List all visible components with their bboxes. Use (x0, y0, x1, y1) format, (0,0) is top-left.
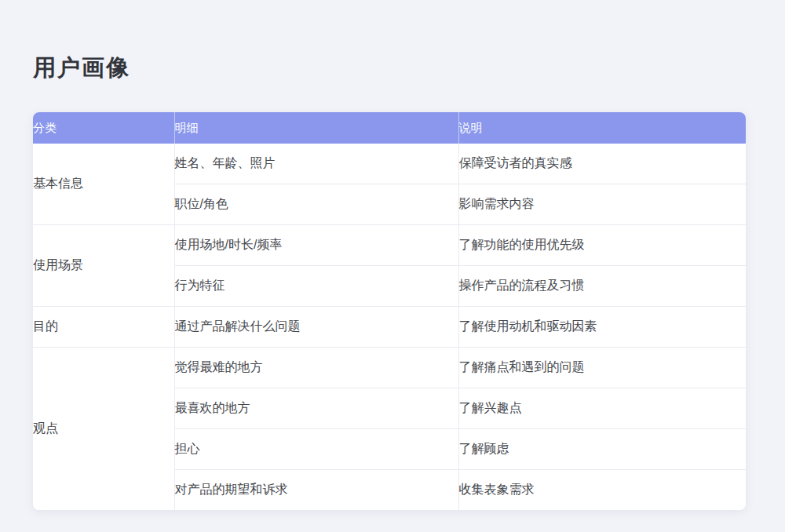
detail-cell: 职位/角色 (174, 184, 458, 225)
detail-cell: 通过产品解决什么问题 (174, 307, 458, 348)
persona-table: 分类 明细 说明 基本信息姓名、年龄、照片保障受访者的真实感职位/角色影响需求内… (33, 112, 746, 510)
header-cell-category: 分类 (33, 112, 174, 144)
table-row: 使用场景使用场地/时长/频率了解功能的使用优先级 (33, 225, 746, 266)
table-body: 基本信息姓名、年龄、照片保障受访者的真实感职位/角色影响需求内容使用场景使用场地… (33, 144, 746, 510)
detail-cell: 行为特征 (174, 266, 458, 307)
detail-cell: 担心 (174, 429, 458, 470)
header-cell-detail: 明细 (174, 112, 458, 144)
description-cell: 了解功能的使用优先级 (458, 225, 746, 266)
persona-table-card: 分类 明细 说明 基本信息姓名、年龄、照片保障受访者的真实感职位/角色影响需求内… (33, 112, 746, 510)
category-cell: 目的 (33, 307, 174, 348)
table-row: 基本信息姓名、年龄、照片保障受访者的真实感 (33, 144, 746, 184)
detail-cell: 觉得最难的地方 (174, 348, 458, 388)
detail-cell: 姓名、年龄、照片 (174, 144, 458, 184)
page-title: 用户画像 (33, 54, 130, 82)
table-row: 观点觉得最难的地方了解痛点和遇到的问题 (33, 348, 746, 388)
table-header: 分类 明细 说明 (33, 112, 746, 144)
description-cell: 收集表象需求 (458, 470, 746, 511)
detail-cell: 对产品的期望和诉求 (174, 470, 458, 511)
description-cell: 了解顾虑 (458, 429, 746, 470)
category-cell: 观点 (33, 348, 174, 511)
header-cell-description: 说明 (458, 112, 746, 144)
description-cell: 了解兴趣点 (458, 388, 746, 429)
category-cell: 使用场景 (33, 225, 174, 307)
description-cell: 了解痛点和遇到的问题 (458, 348, 746, 388)
table-row: 目的通过产品解决什么问题了解使用动机和驱动因素 (33, 307, 746, 348)
description-cell: 保障受访者的真实感 (458, 144, 746, 184)
header-row: 分类 明细 说明 (33, 112, 746, 144)
category-cell: 基本信息 (33, 144, 174, 225)
description-cell: 了解使用动机和驱动因素 (458, 307, 746, 348)
description-cell: 操作产品的流程及习惯 (458, 266, 746, 307)
description-cell: 影响需求内容 (458, 184, 746, 225)
detail-cell: 最喜欢的地方 (174, 388, 458, 429)
detail-cell: 使用场地/时长/频率 (174, 225, 458, 266)
